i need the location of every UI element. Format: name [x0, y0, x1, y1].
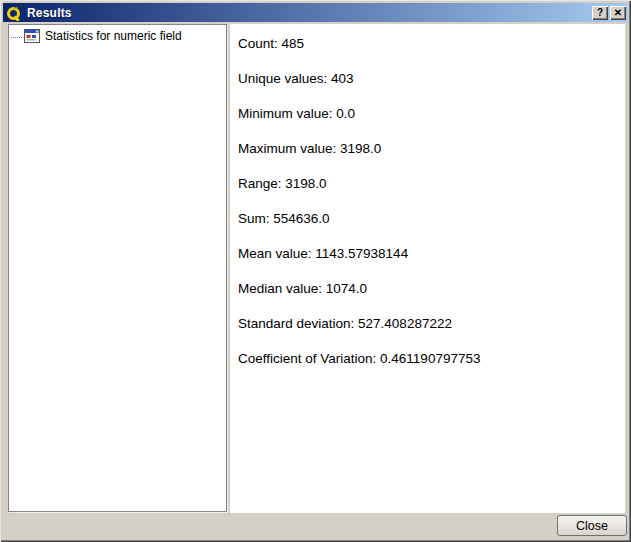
stat-std-deviation: Standard deviation: 527.408287222	[238, 306, 625, 341]
stat-count: Count: 485	[238, 26, 625, 61]
statistics-list: Count: 485 Unique values: 403 Minimum va…	[230, 24, 625, 376]
tree-branch-line	[9, 28, 24, 44]
help-icon[interactable]: ?	[592, 6, 608, 20]
title-bar[interactable]: Results ? ✕	[3, 3, 628, 22]
results-table-icon	[24, 29, 40, 43]
statistics-output-panel: Count: 485 Unique values: 403 Minimum va…	[230, 24, 625, 513]
tree-item-statistics[interactable]: Statistics for numeric field	[9, 27, 226, 45]
stat-coeff-variation: Coefficient of Variation: 0.461190797753	[238, 341, 625, 376]
results-dialog: Results ? ✕ Statistics for numeric field…	[0, 0, 631, 542]
results-tree-panel: Statistics for numeric field	[8, 24, 227, 512]
stat-median: Median value: 1074.0	[238, 271, 625, 306]
stat-unique-values: Unique values: 403	[238, 61, 625, 96]
window-title: Results	[27, 6, 72, 20]
close-button[interactable]: Close	[557, 515, 627, 536]
stat-range: Range: 3198.0	[238, 166, 625, 201]
stat-maximum: Maximum value: 3198.0	[238, 131, 625, 166]
stat-minimum: Minimum value: 0.0	[238, 96, 625, 131]
stat-mean: Mean value: 1143.57938144	[238, 236, 625, 271]
tree-item-label: Statistics for numeric field	[45, 29, 182, 43]
qgis-logo-icon	[6, 5, 22, 21]
close-icon[interactable]: ✕	[610, 6, 626, 20]
stat-sum: Sum: 554636.0	[238, 201, 625, 236]
